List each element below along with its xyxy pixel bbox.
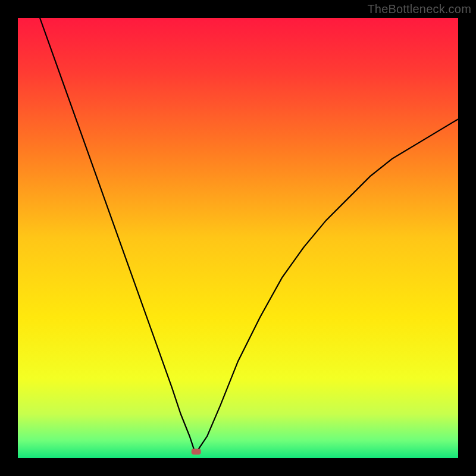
chart-frame: TheBottleneck.com xyxy=(0,0,476,476)
bottleneck-chart xyxy=(0,0,476,476)
plot-background xyxy=(18,18,458,458)
optimal-marker xyxy=(192,449,201,455)
watermark-text: TheBottleneck.com xyxy=(367,2,471,16)
